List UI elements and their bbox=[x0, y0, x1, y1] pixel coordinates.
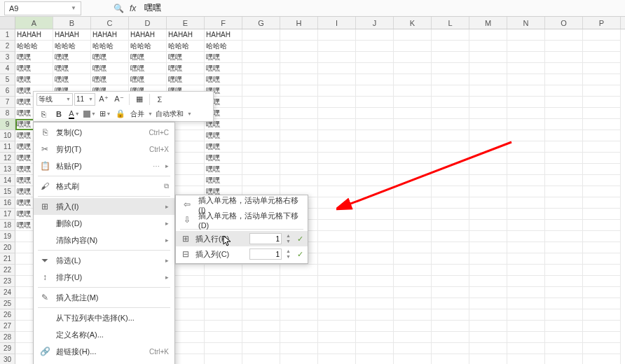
column-header[interactable]: F bbox=[205, 17, 242, 29]
cell[interactable] bbox=[507, 186, 545, 197]
cell[interactable] bbox=[545, 186, 583, 197]
cell[interactable] bbox=[545, 119, 583, 130]
cell[interactable] bbox=[205, 354, 242, 364]
cell[interactable] bbox=[583, 74, 621, 85]
row-header[interactable]: 29 bbox=[0, 343, 15, 354]
cell[interactable] bbox=[318, 119, 356, 130]
cell[interactable] bbox=[507, 29, 545, 41]
cell[interactable] bbox=[356, 220, 394, 231]
cell[interactable] bbox=[507, 298, 545, 309]
cell[interactable] bbox=[432, 276, 469, 287]
cell[interactable]: 嘿嘿 bbox=[205, 52, 242, 63]
row-header[interactable]: 26 bbox=[0, 309, 15, 321]
row-header[interactable]: 19 bbox=[0, 231, 15, 242]
cell[interactable] bbox=[432, 52, 469, 63]
cell[interactable] bbox=[280, 130, 318, 141]
cell[interactable] bbox=[545, 164, 583, 175]
row-header[interactable]: 27 bbox=[0, 321, 15, 332]
cell[interactable] bbox=[507, 74, 545, 85]
cell[interactable] bbox=[394, 265, 432, 276]
cell[interactable] bbox=[469, 108, 507, 119]
cell[interactable] bbox=[356, 343, 394, 354]
cell[interactable] bbox=[394, 343, 432, 354]
cell[interactable]: HAHAH bbox=[129, 29, 167, 41]
cell[interactable] bbox=[280, 52, 318, 63]
cell[interactable] bbox=[545, 209, 583, 220]
cell[interactable] bbox=[469, 321, 507, 332]
column-header[interactable]: E bbox=[167, 17, 205, 29]
cell[interactable]: 嘿嘿 bbox=[167, 52, 205, 63]
cell[interactable] bbox=[432, 130, 469, 141]
cell[interactable] bbox=[280, 85, 318, 97]
row-header[interactable]: 8 bbox=[0, 108, 15, 119]
cell[interactable]: 嘿嘿 bbox=[53, 63, 91, 74]
cell[interactable] bbox=[318, 298, 356, 309]
cell[interactable] bbox=[280, 354, 318, 364]
table-icon[interactable]: ▦ bbox=[132, 93, 146, 106]
cell[interactable] bbox=[394, 41, 432, 52]
cell[interactable] bbox=[280, 309, 318, 321]
cell[interactable] bbox=[507, 41, 545, 52]
cell[interactable] bbox=[205, 321, 242, 332]
submenu-item[interactable]: ⇩插入单元格，活动单元格下移(D) bbox=[176, 212, 308, 227]
cell[interactable]: 嘿嘿 bbox=[15, 74, 53, 85]
cell[interactable] bbox=[469, 332, 507, 343]
row-header[interactable]: 3 bbox=[0, 52, 15, 63]
cell[interactable] bbox=[507, 231, 545, 242]
cell[interactable] bbox=[432, 85, 469, 97]
cell[interactable] bbox=[356, 209, 394, 220]
cell[interactable] bbox=[318, 265, 356, 276]
cell[interactable] bbox=[545, 287, 583, 298]
check-icon[interactable]: ✓ bbox=[297, 250, 303, 259]
menu-item[interactable]: ⊞插入(I)▸ bbox=[34, 198, 174, 215]
cell[interactable] bbox=[545, 197, 583, 209]
cell[interactable] bbox=[545, 97, 583, 108]
spinner-icon[interactable]: ▲▼ bbox=[286, 233, 291, 244]
cell[interactable] bbox=[545, 253, 583, 265]
cell[interactable] bbox=[545, 41, 583, 52]
name-box[interactable]: A9 ▼ bbox=[4, 1, 81, 15]
row-header[interactable]: 1 bbox=[0, 29, 15, 41]
cell[interactable] bbox=[432, 153, 469, 164]
cell[interactable] bbox=[318, 97, 356, 108]
column-header[interactable]: G bbox=[242, 17, 280, 29]
cell[interactable] bbox=[507, 276, 545, 287]
cell[interactable] bbox=[583, 265, 621, 276]
cell[interactable] bbox=[432, 253, 469, 265]
cell[interactable] bbox=[507, 220, 545, 231]
cell[interactable] bbox=[432, 41, 469, 52]
row-header[interactable]: 22 bbox=[0, 265, 15, 276]
cell[interactable] bbox=[583, 119, 621, 130]
cell[interactable] bbox=[394, 119, 432, 130]
cell[interactable] bbox=[242, 29, 280, 41]
menu-item[interactable]: 清除内容(N)▸ bbox=[34, 232, 174, 248]
cell[interactable] bbox=[280, 153, 318, 164]
cell[interactable] bbox=[280, 74, 318, 85]
cell[interactable] bbox=[583, 220, 621, 231]
cell[interactable] bbox=[280, 265, 318, 276]
cell[interactable] bbox=[394, 85, 432, 97]
cell[interactable] bbox=[583, 97, 621, 108]
cell[interactable] bbox=[507, 242, 545, 253]
cell[interactable] bbox=[432, 175, 469, 186]
column-header[interactable]: L bbox=[432, 17, 469, 29]
cell[interactable] bbox=[356, 63, 394, 74]
cell[interactable] bbox=[242, 141, 280, 153]
cell[interactable] bbox=[469, 242, 507, 253]
column-header[interactable]: O bbox=[545, 17, 583, 29]
cell[interactable] bbox=[394, 74, 432, 85]
row-header[interactable]: 23 bbox=[0, 276, 15, 287]
cell[interactable] bbox=[507, 153, 545, 164]
row-header[interactable]: 7 bbox=[0, 97, 15, 108]
row-header[interactable]: 6 bbox=[0, 85, 15, 97]
check-icon[interactable]: ✓ bbox=[297, 234, 303, 244]
cell[interactable] bbox=[318, 41, 356, 52]
cell[interactable] bbox=[356, 321, 394, 332]
cell[interactable] bbox=[242, 276, 280, 287]
cell[interactable] bbox=[545, 130, 583, 141]
cell[interactable] bbox=[318, 253, 356, 265]
row-header[interactable]: 16 bbox=[0, 197, 15, 209]
cell[interactable] bbox=[318, 197, 356, 209]
copy-button[interactable]: ⎘ bbox=[36, 108, 50, 120]
cell[interactable] bbox=[280, 321, 318, 332]
